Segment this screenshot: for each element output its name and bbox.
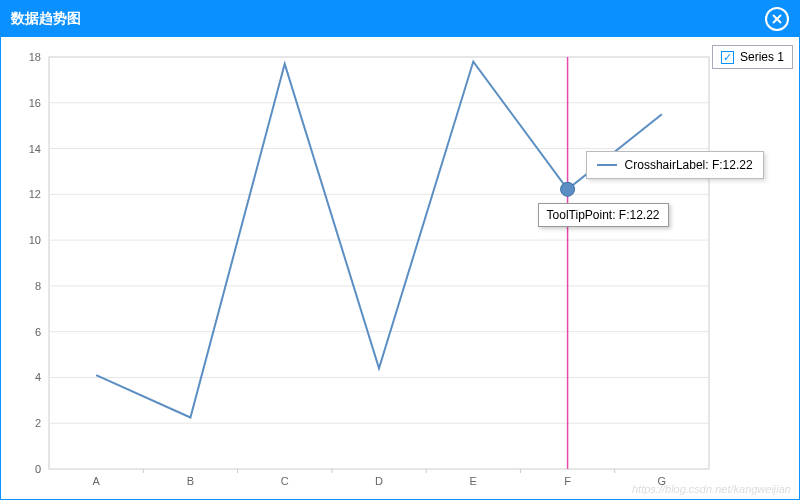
svg-text:16: 16 [29, 97, 41, 109]
svg-text:C: C [281, 475, 289, 487]
legend-label: Series 1 [740, 50, 784, 64]
dialog-window: 数据趋势图 ✓ Series 1 024681012141618ABCDEFG … [0, 0, 800, 500]
svg-text:4: 4 [35, 371, 41, 383]
svg-text:A: A [92, 475, 100, 487]
svg-text:8: 8 [35, 280, 41, 292]
tooltip: ToolTipPoint: F:12.22 [538, 203, 669, 227]
chart-area[interactable]: ✓ Series 1 024681012141618ABCDEFG Crossh… [1, 37, 799, 499]
close-button[interactable] [765, 7, 789, 31]
svg-text:B: B [187, 475, 194, 487]
svg-point-37 [561, 182, 575, 196]
svg-text:18: 18 [29, 51, 41, 63]
tooltip-text: ToolTipPoint: F:12.22 [547, 208, 660, 222]
plot-svg: 024681012141618ABCDEFG [1, 37, 799, 499]
svg-text:E: E [470, 475, 477, 487]
close-icon [771, 13, 783, 25]
svg-text:0: 0 [35, 463, 41, 475]
window-title: 数据趋势图 [11, 10, 81, 28]
crosshair-label-text: CrosshairLabel: F:12.22 [625, 158, 753, 172]
legend[interactable]: ✓ Series 1 [712, 45, 793, 69]
svg-text:14: 14 [29, 143, 41, 155]
svg-text:12: 12 [29, 188, 41, 200]
svg-text:2: 2 [35, 417, 41, 429]
svg-rect-2 [49, 57, 709, 469]
watermark: https://blog.csdn.net/kangweijian [632, 483, 791, 495]
svg-text:6: 6 [35, 326, 41, 338]
svg-text:F: F [564, 475, 571, 487]
titlebar: 数据趋势图 [1, 1, 799, 37]
svg-text:D: D [375, 475, 383, 487]
crosshair-label: CrosshairLabel: F:12.22 [586, 151, 764, 179]
svg-text:10: 10 [29, 234, 41, 246]
legend-checkbox[interactable]: ✓ [721, 51, 734, 64]
crosshair-swatch [597, 164, 617, 166]
